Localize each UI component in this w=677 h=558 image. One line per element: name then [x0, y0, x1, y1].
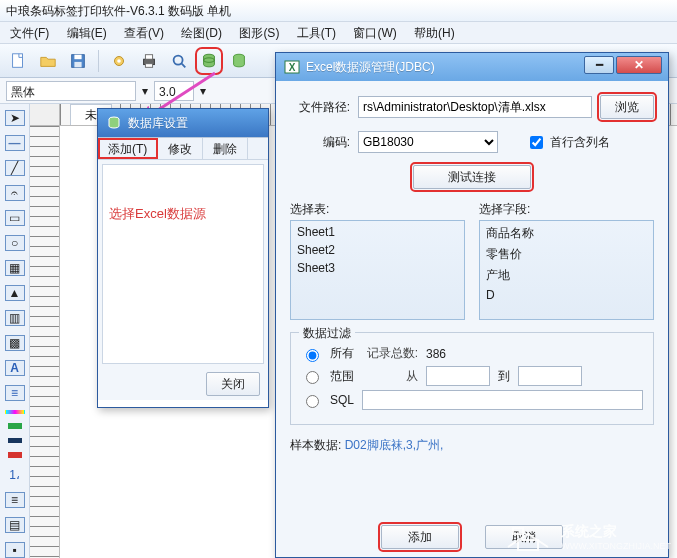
ruler-corner — [30, 104, 60, 126]
first-row-header-checkbox[interactable]: 首行含列名 — [526, 133, 610, 152]
database-icon[interactable] — [199, 51, 219, 71]
browse-button[interactable]: 浏览 — [600, 95, 654, 119]
grid-tool-icon[interactable]: ▦ — [5, 260, 25, 276]
total-label: 记录总数: — [362, 345, 418, 362]
db-small-icon — [106, 115, 122, 131]
ds-window-titlebar[interactable]: 数据库设置 — [98, 109, 268, 137]
ds-tab-delete[interactable]: 删除 — [203, 138, 248, 159]
svg-rect-18 — [518, 540, 538, 550]
field-item[interactable]: D — [480, 286, 653, 304]
dot-tool-icon[interactable]: ▲ — [5, 285, 25, 301]
font-select[interactable]: 黑体 — [6, 81, 136, 101]
text-tool-icon[interactable]: — — [5, 135, 25, 151]
ds-window-title: 数据库设置 — [128, 115, 188, 132]
menu-window[interactable]: 窗口(W) — [353, 26, 396, 40]
sql-input[interactable] — [362, 390, 643, 410]
menu-tools[interactable]: 工具(T) — [297, 26, 336, 40]
close-icon[interactable]: ✕ — [616, 56, 662, 74]
barcode-tool-icon[interactable]: ▥ — [5, 310, 25, 326]
test-connection-button[interactable]: 测试连接 — [413, 165, 531, 189]
ruler-vertical — [30, 126, 60, 558]
jdbc-title: Excel数据源管理(JDBC) — [306, 59, 435, 76]
num-tool-icon[interactable]: 1، — [5, 467, 25, 483]
svg-rect-8 — [145, 63, 152, 67]
ds-tab-edit[interactable]: 修改 — [158, 138, 203, 159]
encoding-label: 编码: — [290, 134, 350, 151]
navy-tool-icon[interactable] — [8, 438, 22, 444]
preview-icon[interactable] — [169, 51, 189, 71]
svg-point-5 — [117, 59, 121, 63]
menu-draw[interactable]: 绘图(D) — [181, 26, 222, 40]
filter-group: 数据过滤 所有 记录总数: 386 范围 从 到 SQL — [290, 332, 654, 425]
datasource-settings-window: 数据库设置 添加(T) 修改 删除 选择Excel数据源 关闭 — [97, 108, 269, 408]
total-value: 386 — [426, 347, 446, 361]
rect-tool-icon[interactable]: ▭ — [5, 210, 25, 226]
misc3-tool-icon[interactable]: ▪ — [5, 542, 25, 558]
fontsize-box[interactable]: 3.0 — [154, 81, 194, 101]
jdbc-titlebar[interactable]: X Excel数据源管理(JDBC) ━ ✕ — [276, 53, 668, 81]
qr-tool-icon[interactable]: ▩ — [5, 335, 25, 351]
add-button[interactable]: 添加 — [381, 525, 459, 549]
table-item[interactable]: Sheet1 — [291, 223, 464, 241]
ds-close-button[interactable]: 关闭 — [206, 372, 260, 396]
filter-range-radio[interactable] — [306, 371, 319, 384]
lines-tool-icon[interactable]: ≡ — [5, 385, 25, 401]
menu-shape[interactable]: 图形(S) — [239, 26, 279, 40]
filter-all-radio[interactable] — [306, 349, 319, 362]
field-item[interactable]: 商品名称 — [480, 223, 653, 244]
excel-icon: X — [284, 59, 300, 75]
red-tool-icon[interactable] — [8, 452, 22, 458]
menubar: 文件(F) 编辑(E) 查看(V) 绘图(D) 图形(S) 工具(T) 窗口(W… — [0, 22, 677, 44]
svg-line-10 — [182, 63, 186, 67]
table-item[interactable]: Sheet3 — [291, 259, 464, 277]
path-input[interactable] — [358, 96, 592, 118]
green-tool-icon[interactable] — [8, 423, 22, 429]
minimize-icon[interactable]: ━ — [584, 56, 614, 74]
svg-rect-19 — [513, 528, 523, 534]
gear-icon[interactable] — [109, 51, 129, 71]
database2-icon[interactable] — [229, 51, 249, 71]
misc1-tool-icon[interactable]: ≡ — [5, 492, 25, 508]
first-row-header-input[interactable] — [530, 136, 543, 149]
range-from-input[interactable] — [426, 366, 490, 386]
polyline-tool-icon[interactable]: 𝄐 — [5, 185, 25, 201]
colorbar-icon[interactable] — [5, 410, 25, 414]
watermark: 系统之家 WWW.XITONGZHIJIA.NET — [503, 522, 671, 552]
menu-file[interactable]: 文件(F) — [10, 26, 49, 40]
left-tool-palette: ➤ — ╱ 𝄐 ▭ ○ ▦ ▲ ▥ ▩ A ≡ 1، ≡ ▤ ▪ — [0, 104, 30, 558]
table-item[interactable]: Sheet2 — [291, 241, 464, 259]
encoding-select[interactable]: GB18030 — [358, 131, 498, 153]
range-to-input[interactable] — [518, 366, 582, 386]
line-tool-icon[interactable]: ╱ — [5, 160, 25, 176]
sample-label: 样本数据: — [290, 438, 341, 452]
filter-sql-radio[interactable] — [306, 395, 319, 408]
svg-rect-3 — [74, 61, 81, 66]
table-list[interactable]: Sheet1 Sheet2 Sheet3 — [290, 220, 465, 320]
misc2-tool-icon[interactable]: ▤ — [5, 517, 25, 533]
new-icon[interactable] — [8, 51, 28, 71]
field-list[interactable]: 商品名称 零售价 产地 D — [479, 220, 654, 320]
field-item[interactable]: 产地 — [480, 265, 653, 286]
ds-list[interactable]: 选择Excel数据源 — [102, 164, 264, 364]
filter-legend: 数据过滤 — [299, 325, 355, 342]
menu-help[interactable]: 帮助(H) — [414, 26, 455, 40]
svg-text:X: X — [289, 62, 296, 73]
select-field-label: 选择字段: — [479, 201, 654, 218]
print-icon[interactable] — [139, 51, 159, 71]
save-icon[interactable] — [68, 51, 88, 71]
char-a-icon[interactable]: A — [5, 360, 25, 376]
ds-tab-add[interactable]: 添加(T) — [98, 138, 158, 159]
menu-view[interactable]: 查看(V) — [124, 26, 164, 40]
svg-rect-7 — [145, 54, 152, 59]
select-table-label: 选择表: — [290, 201, 465, 218]
ellipse-tool-icon[interactable]: ○ — [5, 235, 25, 251]
cursor-tool-icon[interactable]: ➤ — [5, 110, 25, 126]
dropdown-icon[interactable]: ▾ — [142, 84, 148, 98]
dropdown2-icon[interactable]: ▾ — [200, 84, 206, 98]
field-item[interactable]: 零售价 — [480, 244, 653, 265]
menu-edit[interactable]: 编辑(E) — [67, 26, 107, 40]
svg-rect-2 — [74, 54, 81, 59]
app-title: 中琅条码标签打印软件-V6.3.1 数码版 单机 — [6, 4, 231, 18]
open-icon[interactable] — [38, 51, 58, 71]
jdbc-window: X Excel数据源管理(JDBC) ━ ✕ 文件路径: 浏览 编码: GB18… — [275, 52, 669, 558]
